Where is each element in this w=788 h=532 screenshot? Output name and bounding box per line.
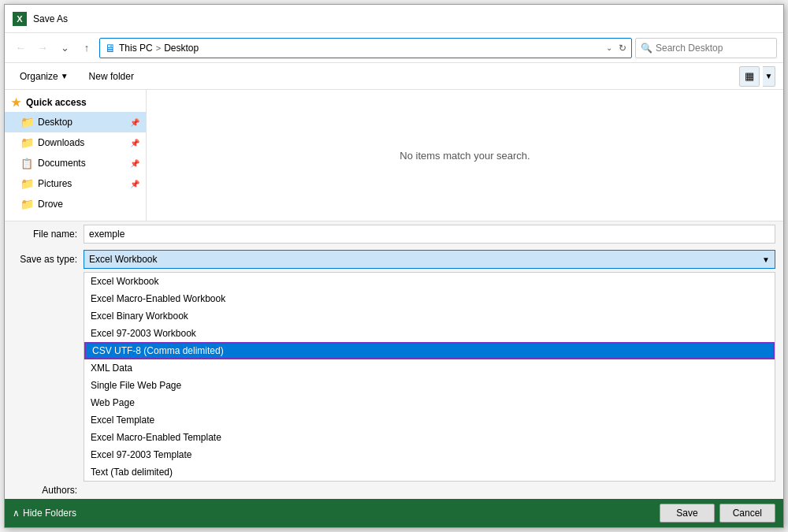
content-area: No items match your search.: [147, 90, 783, 221]
save-as-type-row: Save as type: Excel Workbook ▼: [5, 247, 783, 272]
dropdown-recent-button[interactable]: ⌄: [55, 39, 74, 58]
toolbar-right: ▦ ▼: [739, 66, 775, 87]
file-type-dropdown: Excel Workbook Excel Macro-Enabled Workb…: [84, 272, 775, 482]
file-name-label: File name:: [13, 229, 84, 240]
sidebar: ★ Quick access 📁 Desktop 📌 📁 Downloads 📌: [5, 90, 147, 221]
breadcrumb: 🖥 This PC > Desktop: [105, 42, 603, 54]
desktop-folder-icon: 📁: [20, 116, 33, 128]
search-icon: 🔍: [641, 43, 652, 54]
dropdown-item-web-page[interactable]: Web Page: [84, 394, 775, 411]
quick-access-header[interactable]: ★ Quick access: [5, 93, 146, 112]
search-input[interactable]: [656, 43, 774, 54]
save-as-type-label: Save as type:: [13, 254, 84, 265]
new-folder-label: New folder: [89, 71, 134, 82]
quick-access-icon: ★: [11, 96, 21, 109]
action-buttons: Save Cancel: [660, 504, 775, 523]
view-dropdown-button[interactable]: ▼: [763, 66, 775, 87]
footer-bar: ∧ Hide Folders Save Cancel: [5, 499, 783, 527]
save-as-type-value: Excel Workbook: [89, 254, 157, 265]
dropdown-item-xml-data[interactable]: XML Data: [84, 359, 775, 377]
main-area: ★ Quick access 📁 Desktop 📌 📁 Downloads 📌: [5, 90, 783, 221]
save-button[interactable]: Save: [660, 504, 714, 523]
dropdown-item-excel-macro-template[interactable]: Excel Macro-Enabled Template: [84, 429, 775, 446]
sidebar-item-drove[interactable]: 📁 Drove: [5, 194, 146, 214]
sidebar-item-downloads[interactable]: 📁 Downloads 📌: [5, 132, 146, 153]
desktop-pin-icon: 📌: [130, 118, 139, 127]
downloads-label: Downloads: [38, 137, 84, 148]
dropdown-item-excel-binary[interactable]: Excel Binary Workbook: [84, 307, 775, 325]
breadcrumb-desktop: Desktop: [164, 43, 199, 54]
file-name-input[interactable]: [84, 225, 775, 244]
dropdown-item-single-file-web[interactable]: Single File Web Page: [84, 377, 775, 394]
save-as-type-dropdown-icon: ▼: [762, 255, 770, 264]
new-folder-button[interactable]: New folder: [82, 68, 141, 85]
cancel-button[interactable]: Cancel: [719, 504, 775, 523]
quick-access-label: Quick access: [26, 97, 87, 108]
bottom-form-area: File name: Save as type: Excel Workbook …: [5, 221, 783, 527]
downloads-folder-icon: 📁: [20, 136, 33, 149]
hide-folders-button[interactable]: ∧ Hide Folders: [13, 508, 76, 519]
search-bar[interactable]: 🔍: [635, 38, 777, 58]
organize-button[interactable]: Organize ▼: [13, 68, 76, 85]
organize-dropdown-icon: ▼: [61, 72, 69, 80]
title-bar: X Save As: [5, 5, 783, 33]
dropdown-item-excel-97-2003[interactable]: Excel 97-2003 Workbook: [84, 325, 775, 342]
documents-pin-icon: 📌: [130, 159, 139, 168]
toolbar: Organize ▼ New folder ▦ ▼: [5, 63, 783, 90]
pictures-pin-icon: 📌: [130, 180, 139, 188]
file-name-row: File name:: [5, 221, 783, 247]
organize-label: Organize: [20, 71, 58, 82]
pictures-folder-icon: 📁: [20, 177, 33, 190]
save-as-dialog: X Save As ← → ⌄ ↑ 🖥 This PC > Desktop ⌄ …: [4, 4, 784, 528]
save-as-type-select[interactable]: Excel Workbook ▼: [84, 250, 775, 269]
dropdown-item-excel-template[interactable]: Excel Template: [84, 411, 775, 429]
dropdown-item-text-tab[interactable]: Text (Tab delimited): [84, 463, 775, 481]
up-button[interactable]: ↑: [77, 39, 96, 58]
downloads-pin-icon: 📌: [130, 139, 139, 147]
sidebar-item-en[interactable]: 📁 en: [5, 214, 146, 221]
drove-folder-icon: 📁: [20, 198, 33, 210]
authors-row: Authors:: [5, 482, 783, 499]
hide-folders-label: Hide Folders: [23, 508, 76, 519]
dropdown-item-excel-97-template[interactable]: Excel 97-2003 Template: [84, 446, 775, 463]
dialog-title: Save As: [33, 13, 68, 24]
view-button[interactable]: ▦: [739, 66, 760, 87]
back-button[interactable]: ←: [11, 39, 30, 58]
pictures-label: Pictures: [38, 178, 72, 189]
sidebar-item-pictures[interactable]: 📁 Pictures 📌: [5, 173, 146, 194]
breadcrumb-this-pc: This PC: [119, 43, 153, 54]
navigation-bar: ← → ⌄ ↑ 🖥 This PC > Desktop ⌄ ↻ 🔍: [5, 33, 783, 63]
address-bar[interactable]: 🖥 This PC > Desktop ⌄ ↻: [99, 38, 632, 58]
dropdown-item-excel-workbook[interactable]: Excel Workbook: [84, 273, 775, 290]
drove-label: Drove: [38, 199, 63, 210]
documents-folder-icon: 📋: [20, 157, 33, 169]
documents-label: Documents: [38, 158, 86, 169]
this-pc-icon: 🖥: [105, 42, 116, 54]
desktop-label: Desktop: [38, 117, 72, 128]
address-dropdown-icon[interactable]: ⌄: [606, 43, 612, 52]
dropdown-item-csv-utf8[interactable]: CSV UTF-8 (Comma delimited): [84, 342, 775, 359]
authors-label: Authors:: [13, 485, 84, 496]
empty-message: No items match your search.: [400, 150, 530, 162]
sidebar-item-desktop[interactable]: 📁 Desktop 📌: [5, 112, 146, 132]
address-refresh-icon[interactable]: ↻: [619, 43, 626, 54]
dropdown-item-excel-macro[interactable]: Excel Macro-Enabled Workbook: [84, 290, 775, 307]
excel-title-icon: X: [13, 12, 27, 26]
hide-folders-arrow: ∧: [13, 508, 20, 519]
forward-button[interactable]: →: [33, 39, 52, 58]
sidebar-item-documents[interactable]: 📋 Documents 📌: [5, 153, 146, 173]
